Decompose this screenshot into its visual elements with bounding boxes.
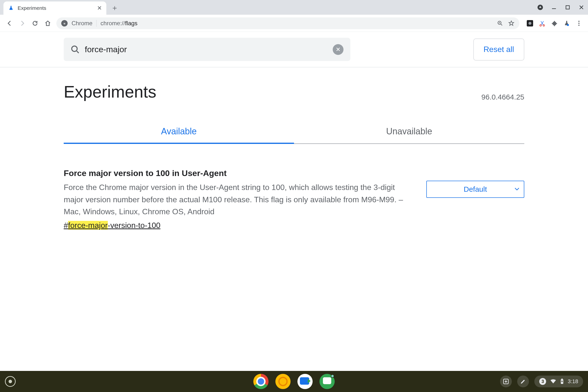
svg-point-7 [540, 24, 542, 26]
flag-state-select[interactable]: Default [426, 181, 524, 198]
flags-page: ✕ Reset all Experiments 96.0.4664.25 Ava… [0, 32, 588, 230]
chevron-down-icon [515, 188, 519, 191]
notification-count: 3 [539, 378, 546, 385]
flag-title: Force major version to 100 in User-Agent [64, 168, 412, 178]
account-icon[interactable] [537, 4, 544, 11]
svg-point-8 [543, 24, 545, 26]
svg-rect-1 [552, 8, 556, 9]
browser-tab[interactable]: Experiments ✕ [3, 2, 106, 15]
svg-point-10 [579, 20, 580, 22]
site-info-icon[interactable] [61, 20, 68, 26]
app-duo-icon[interactable] [297, 374, 313, 389]
browser-tabstrip: Experiments ✕ ＋ [0, 0, 588, 15]
stylus-icon[interactable] [517, 376, 529, 387]
omnibox-chip: Chrome [71, 20, 96, 27]
tabs: Available Unavailable [64, 121, 524, 144]
tab-available[interactable]: Available [64, 121, 294, 144]
shelf-status-area: 3 3:18 [500, 376, 583, 387]
flags-search-input[interactable] [85, 44, 328, 54]
flask-icon [8, 5, 14, 11]
svg-point-6 [529, 22, 531, 25]
flag-text: Force major version to 100 in User-Agent… [64, 168, 412, 230]
header-row: Experiments 96.0.4664.25 [0, 68, 588, 101]
extension-icons [524, 20, 583, 27]
window-controls [537, 0, 585, 15]
clock: 3:18 [568, 378, 578, 385]
flag-select-value: Default [464, 185, 487, 194]
wifi-icon [550, 379, 556, 384]
flags-searchbox[interactable]: ✕ [64, 38, 350, 61]
svg-point-11 [579, 22, 580, 24]
browser-toolbar: Chrome chrome://flags [0, 15, 588, 32]
forward-button[interactable] [18, 19, 26, 28]
maximize-icon[interactable] [564, 4, 571, 11]
app-chrome-icon[interactable] [253, 374, 269, 389]
flag-description: Force the Chrome major version in the Us… [64, 182, 412, 218]
close-icon[interactable]: ✕ [97, 5, 102, 12]
window-close-icon[interactable] [578, 4, 585, 11]
app-keep-icon[interactable] [275, 374, 291, 389]
extension-scissors-icon[interactable] [539, 20, 546, 27]
launcher-button[interactable] [5, 376, 16, 387]
find-in-page-icon[interactable] [497, 20, 503, 26]
reload-button[interactable] [31, 19, 39, 28]
svg-rect-2 [566, 6, 569, 9]
svg-point-9 [567, 24, 569, 26]
holding-space-icon[interactable] [500, 376, 512, 387]
labs-flask-icon[interactable] [563, 20, 570, 27]
kebab-menu-icon[interactable] [575, 20, 583, 27]
svg-point-13 [72, 46, 77, 51]
flag-entry: Force major version to 100 in User-Agent… [0, 144, 588, 230]
app-messages-icon[interactable] [319, 374, 335, 389]
reset-all-button[interactable]: Reset all [473, 38, 525, 60]
page-title: Experiments [64, 82, 156, 101]
extensions-puzzle-icon[interactable] [551, 20, 558, 27]
bookmark-star-icon[interactable] [508, 20, 515, 26]
svg-rect-16 [562, 378, 563, 379]
version-label: 96.0.4664.25 [481, 93, 524, 101]
clear-icon[interactable]: ✕ [333, 44, 343, 55]
svg-point-12 [579, 24, 580, 26]
back-button[interactable] [5, 19, 14, 28]
search-icon [70, 45, 80, 54]
address-bar[interactable]: Chrome chrome://flags [56, 18, 519, 29]
minimize-icon[interactable] [550, 4, 558, 11]
omnibox-url: chrome://flags [100, 20, 137, 27]
battery-icon [560, 378, 564, 384]
shelf-pinned-apps [253, 374, 335, 389]
flag-anchor-link[interactable]: #force-major-version-to-100 [64, 221, 160, 230]
tab-unavailable[interactable]: Unavailable [294, 121, 524, 144]
new-tab-button[interactable]: ＋ [110, 3, 120, 13]
status-tray[interactable]: 3 3:18 [534, 376, 583, 387]
search-row: ✕ Reset all [0, 32, 588, 68]
tab-title: Experiments [18, 5, 94, 11]
chromeos-shelf: 3 3:18 [0, 371, 588, 392]
extension-icon-1[interactable] [526, 20, 534, 27]
home-button[interactable] [44, 19, 52, 28]
